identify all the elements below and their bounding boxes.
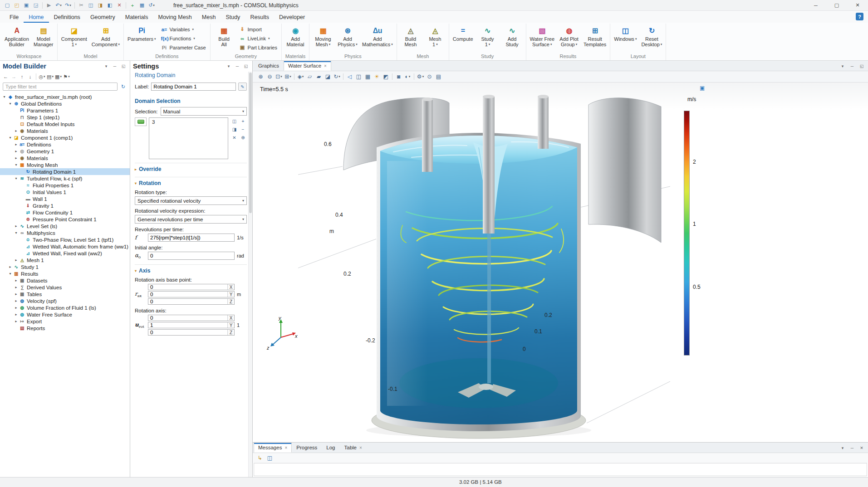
panel-menu-icon[interactable]: ▾ <box>839 63 846 70</box>
rotation-axis-y-input[interactable] <box>148 322 227 328</box>
add-node-icon[interactable]: + <box>128 1 137 10</box>
minimize-button[interactable]: ─ <box>805 0 826 11</box>
zoom-out-icon[interactable]: ⊖ <box>265 72 274 81</box>
copy-text-icon[interactable]: ◫ <box>265 453 274 463</box>
tree-item-wetted-wall-fixed-wall-ww2[interactable]: ⊿Wetted Wall, Fixed wall (ww2) <box>0 250 130 257</box>
tree-item-default-model-inputs[interactable]: ⊡Default Model Inputs <box>0 121 130 127</box>
duplicate-icon[interactable]: ◧ <box>105 1 114 10</box>
zoom-in-icon[interactable]: ⊕ <box>256 72 265 81</box>
lock-icon[interactable]: ◙ <box>394 72 403 81</box>
velocity-expression-dropdown[interactable]: General revolutions per time ▾ <box>135 215 247 224</box>
view-icon-button[interactable]: ▦▾ <box>54 73 62 81</box>
tree-item-fluid-properties-1[interactable]: ≈Fluid Properties 1 <box>0 182 130 189</box>
ribbon-button-component-1[interactable]: ◪Component1▾ <box>59 24 89 48</box>
tree-item-free-surface-mixer-ls-mph-root[interactable]: ▾◈free_surface_mixer_ls.mph (root) <box>0 93 130 100</box>
selection-dropdown[interactable]: Manual ▾ <box>161 107 247 116</box>
tree-item-multiphysics[interactable]: ▾∞Multiphysics <box>0 229 130 236</box>
tree-item-moving-mesh[interactable]: ▾▦Moving Mesh <box>0 161 130 168</box>
maximize-button[interactable]: ▢ <box>826 0 847 11</box>
clear-selection-icon[interactable]: ✕ <box>230 134 238 141</box>
copy-icon[interactable]: ◫ <box>86 1 95 10</box>
remove-selection-icon[interactable]: − <box>239 126 247 133</box>
view-xy-icon[interactable]: ▱ <box>305 72 314 81</box>
panel-float-icon[interactable]: ◱ <box>120 63 127 70</box>
open-icon[interactable]: ◰ <box>12 1 21 10</box>
selection-list[interactable]: 3 <box>149 117 228 159</box>
settings-gear-icon-button[interactable]: ⚙▾ <box>416 72 425 81</box>
tree-item-definitions[interactable]: ▸a=Definitions <box>0 141 130 148</box>
tree-item-parameters-1[interactable]: PiParameters 1 <box>0 107 130 114</box>
menu-definitions[interactable]: Definitions <box>49 11 85 23</box>
help-icon[interactable]: ? <box>856 13 863 20</box>
tab-graphics[interactable]: Graphics <box>254 61 284 71</box>
ribbon-button-parameters[interactable]: PiParameters▾ <box>126 24 157 42</box>
angle-input[interactable] <box>148 252 234 259</box>
show-icon-button[interactable]: ◎▾ <box>38 73 46 81</box>
panel-minimize-icon[interactable]: ─ <box>111 63 118 70</box>
tree-item-turbulent-flow-k-spf[interactable]: ▾≋Turbulent Flow, k-ε (spf) <box>0 175 130 182</box>
selection-item[interactable]: 3 <box>152 119 225 126</box>
rotation-type-dropdown[interactable]: Specified rotational velocity ▾ <box>135 196 247 205</box>
rotate-view-icon-button[interactable]: ↻▾ <box>333 72 341 81</box>
label-input[interactable] <box>151 83 236 91</box>
forward-icon[interactable]: → <box>10 73 18 81</box>
ribbon-button-add-material[interactable]: ◉AddMaterial <box>284 24 307 48</box>
section-axis-header[interactable]: ▾ Axis <box>135 268 247 274</box>
base-point-x-input[interactable] <box>148 284 227 290</box>
ribbon-button-reset-desktop[interactable]: ↻ResetDesktop▾ <box>639 24 664 48</box>
ribbon-button-water-free-surface[interactable]: ▧Water FreeSurface▾ <box>528 24 557 48</box>
menu-developer[interactable]: Developer <box>274 11 310 23</box>
filter-input[interactable] <box>3 83 118 91</box>
tab-messages[interactable]: Messages× <box>254 443 292 453</box>
run-icon[interactable]: ▶ <box>44 1 54 10</box>
ribbon-button-build-all[interactable]: ▦BuildAll <box>212 24 236 48</box>
ribbon-button-add-component[interactable]: ⊞AddComponent▾ <box>90 24 122 48</box>
section-domain-selection-header[interactable]: Domain Selection <box>135 98 247 104</box>
panel-float-icon[interactable]: ◱ <box>858 63 865 70</box>
panel-close-icon[interactable]: ✕ <box>858 444 865 452</box>
section-override-header[interactable]: ▸ Override <box>135 166 247 172</box>
table-icon[interactable]: ▦ <box>137 1 147 10</box>
ribbon-button-model-manager[interactable]: ▤ModelManager <box>32 24 55 48</box>
tree-item-component-1-comp1[interactable]: ▾◪Component 1 (comp1) <box>0 134 130 141</box>
section-rotation-header[interactable]: ▾ Rotation <box>135 180 247 186</box>
view-zx-icon[interactable]: ◪ <box>324 72 332 81</box>
tag-icon-button[interactable]: ⚑▾ <box>63 73 70 81</box>
tree-item-flow-continuity-1[interactable]: ⇄Flow Continuity 1 <box>0 209 130 216</box>
ribbon-button-add-plot-group[interactable]: ◍Add PlotGroup▾ <box>557 24 581 48</box>
panel-float-icon[interactable]: ◱ <box>242 63 250 70</box>
tree-item-gravity-1[interactable]: ⇓Gravity 1 <box>0 202 130 209</box>
tree-item-wetted-wall-automatic-from-frame-ww1[interactable]: ⊿Wetted Wall, Automatic from frame (ww1) <box>0 243 130 250</box>
ribbon-button-add-mathematics[interactable]: ΔuAddMathematics▾ <box>360 24 395 48</box>
tree-item-pressure-point-constraint-1[interactable]: ⊚Pressure Point Constraint 1 <box>0 216 130 223</box>
tab-table[interactable]: Table× <box>339 443 366 453</box>
tree-item-rotating-domain-1[interactable]: ↻Rotating Domain 1 <box>0 168 130 175</box>
up-icon[interactable]: ↑ <box>18 73 26 81</box>
split-icon[interactable]: ◫ <box>354 72 363 81</box>
save-icon[interactable]: ▣ <box>22 1 31 10</box>
graphics-canvas[interactable]: Time=5.5 s <box>253 83 868 442</box>
tree-item-mesh-1[interactable]: ▸◬Mesh 1 <box>0 257 130 263</box>
tree-item-reports[interactable]: ▤Reports <box>0 325 130 331</box>
panel-minimize-icon[interactable]: ─ <box>848 444 856 452</box>
scrollbar-thumb[interactable] <box>249 73 252 213</box>
ribbon-button-add-study[interactable]: ∿AddStudy <box>500 24 524 48</box>
tree-item-export[interactable]: ▸↦Export <box>0 318 130 325</box>
tree-item-initial-values-1[interactable]: ⊙Initial Values 1 <box>0 189 130 195</box>
copy-selection-icon[interactable]: ◫ <box>230 117 238 125</box>
tree-item-level-set-ls[interactable]: ▸∿Level Set (ls) <box>0 223 130 229</box>
tree-item-study-1[interactable]: ▸∿Study 1 <box>0 263 130 270</box>
tree-item-velocity-spf[interactable]: ▸◍Velocity (spf) <box>0 297 130 304</box>
tree-item-step-1-step1[interactable]: ⊓Step 1 (step1) <box>0 114 130 121</box>
menu-mesh[interactable]: Mesh <box>197 11 221 23</box>
transparency-icon[interactable]: ◩ <box>382 72 390 81</box>
mixer-3d-scene[interactable] <box>298 93 670 442</box>
menu-results[interactable]: Results <box>245 11 274 23</box>
view-yz-icon[interactable]: ▰ <box>314 72 323 81</box>
undo-icon-button[interactable]: ↶▾ <box>54 1 63 10</box>
tree-item-wall-1[interactable]: ▬Wall 1 <box>0 195 130 202</box>
ribbon-button-moving-mesh[interactable]: ▦MovingMesh▾ <box>311 24 335 48</box>
paste-selection-icon[interactable]: ◨ <box>230 126 238 133</box>
tree-item-materials[interactable]: ▸◉Materials <box>0 127 130 134</box>
base-point-y-input[interactable] <box>148 292 227 297</box>
